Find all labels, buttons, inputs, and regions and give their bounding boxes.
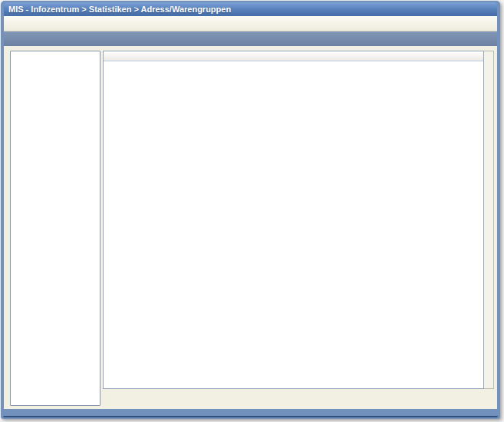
grid-header-row: [104, 51, 483, 61]
tab-strip: [4, 31, 497, 46]
client-area: [4, 16, 497, 409]
app-window: MIS - Infozentrum > Statistiken > Adress…: [1, 1, 500, 419]
grid-body: [104, 61, 483, 388]
content-area: [4, 46, 497, 409]
toolbar: [4, 16, 497, 31]
title-bar[interactable]: MIS - Infozentrum > Statistiken > Adress…: [4, 2, 497, 16]
grid-table: [103, 51, 484, 389]
data-grid: [103, 51, 494, 389]
grid-side-toolbar: [484, 51, 494, 389]
window-title: MIS - Infozentrum > Statistiken > Adress…: [8, 5, 231, 14]
navigation-tree: [10, 51, 100, 406]
